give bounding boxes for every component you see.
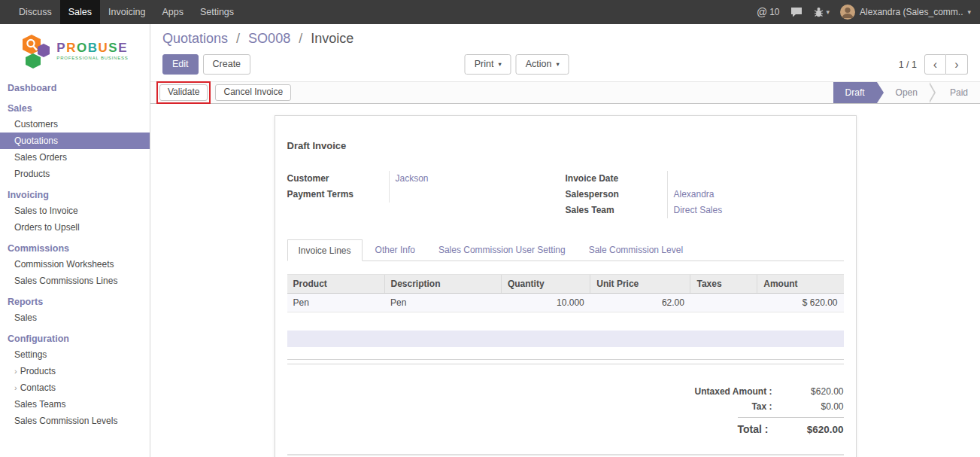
- header-unit-price[interactable]: Unit Price: [590, 275, 690, 294]
- topbar-menu-sales[interactable]: Sales: [60, 0, 100, 24]
- totals-block: Untaxed Amount : $620.00 Tax : $0.00 Tot…: [287, 384, 844, 437]
- sidebar-section-invoicing: Invoicing Sales to Invoice Orders to Ups…: [0, 187, 150, 236]
- sidebar-item-sales-commissions-lines[interactable]: Sales Commissions Lines: [0, 273, 150, 289]
- sidebar-item-sales-teams[interactable]: Sales Teams: [0, 396, 150, 413]
- invoice-date-value: [668, 171, 674, 187]
- breadcrumb-so008[interactable]: SO008: [248, 31, 290, 46]
- sidebar-item-orders-to-upsell[interactable]: Orders to Upsell: [0, 219, 150, 236]
- breadcrumb-quotations[interactable]: Quotations: [162, 31, 228, 46]
- header-product[interactable]: Product: [287, 275, 385, 294]
- section-separator: [287, 359, 844, 364]
- messages-icon[interactable]: [790, 7, 803, 17]
- header-quantity[interactable]: Quantity: [501, 275, 590, 294]
- untaxed-amount-label: Untaxed Amount :: [695, 386, 772, 397]
- print-label: Print: [475, 58, 494, 70]
- sidebar-item-settings[interactable]: Settings: [0, 346, 150, 363]
- logo-text: PROBUSE PROFESSIONAL BUSINESS: [56, 41, 128, 61]
- tax-value: $0.00: [772, 401, 844, 412]
- avatar: [840, 5, 855, 20]
- cell-quantity[interactable]: 10.000: [501, 294, 590, 312]
- state-draft[interactable]: Draft: [833, 82, 877, 103]
- table-header-row: Product Description Quantity Unit Price …: [287, 275, 844, 294]
- app-window: Discuss Sales Invoicing Apps Settings @ …: [0, 0, 980, 457]
- state-open[interactable]: Open: [884, 82, 930, 103]
- sidebar-item-config-products[interactable]: ›Products: [0, 363, 150, 379]
- customer-value[interactable]: Jackson: [390, 171, 429, 187]
- sidebar-item-sales-commission-levels[interactable]: Sales Commission Levels: [0, 413, 150, 429]
- pager: ‹ ›: [924, 54, 968, 75]
- sidebar-header-sales[interactable]: Sales: [0, 101, 150, 116]
- caret-down-icon: ▾: [967, 8, 971, 16]
- header-taxes[interactable]: Taxes: [690, 275, 757, 294]
- sales-team-label: Sales Team: [566, 203, 668, 218]
- edit-button[interactable]: Edit: [162, 54, 199, 74]
- debug-menu[interactable]: ▾: [813, 7, 830, 17]
- form-title: Draft Invoice: [287, 140, 844, 151]
- header-amount[interactable]: Amount: [757, 275, 844, 294]
- user-menu[interactable]: Alexandra (Sales_comm.. ▾: [840, 5, 971, 20]
- caret-down-icon: ▾: [556, 60, 559, 69]
- sidebar: PROBUSE PROFESSIONAL BUSINESS Dashboard …: [0, 24, 150, 457]
- pager-next-button[interactable]: ›: [946, 54, 968, 75]
- cell-amount[interactable]: $ 620.00: [757, 294, 844, 312]
- state-paid[interactable]: Paid: [938, 82, 980, 103]
- tab-other-info[interactable]: Other Info: [365, 239, 426, 261]
- sidebar-item-sales-to-invoice[interactable]: Sales to Invoice: [0, 203, 150, 219]
- sidebar-item-contacts[interactable]: ›Contacts: [0, 379, 150, 396]
- topbar-menu-apps[interactable]: Apps: [153, 0, 192, 24]
- payment-terms-label: Payment Terms: [287, 187, 390, 203]
- cell-unit-price[interactable]: 62.00: [590, 294, 690, 312]
- breadcrumb: Quotations / SO008 / Invoice: [162, 29, 968, 52]
- action-label: Action: [526, 58, 552, 70]
- sidebar-item-reports-sales[interactable]: Sales: [0, 309, 150, 326]
- sidebar-item-customers[interactable]: Customers: [0, 116, 150, 133]
- click-highlight-annotation: Validate: [156, 81, 211, 104]
- action-button[interactable]: Action ▾: [516, 54, 569, 74]
- empty-row-highlight: [287, 331, 844, 347]
- sidebar-item-sales-orders[interactable]: Sales Orders: [0, 149, 150, 166]
- sidebar-item-commission-worksheets[interactable]: Commission Worksheets: [0, 256, 150, 273]
- table-row[interactable]: Pen Pen 10.000 62.00 $ 620.00: [287, 294, 844, 312]
- caret-down-icon: ▾: [827, 8, 830, 16]
- form-sheet: Draft Invoice Customer Jackson Payment T…: [275, 115, 857, 457]
- cell-taxes[interactable]: [690, 294, 757, 312]
- tab-invoice-lines[interactable]: Invoice Lines: [287, 239, 363, 261]
- field-customer: Customer Jackson: [287, 171, 566, 187]
- sales-team-value[interactable]: Direct Sales: [668, 203, 723, 218]
- field-sales-team: Sales Team Direct Sales: [566, 203, 844, 218]
- pager-previous-button[interactable]: ‹: [924, 54, 946, 75]
- salesperson-value[interactable]: Alexandra: [668, 187, 715, 203]
- field-group: Customer Jackson Payment Terms Invoice D…: [287, 171, 844, 218]
- topbar: Discuss Sales Invoicing Apps Settings @ …: [0, 0, 980, 24]
- topbar-menu-discuss[interactable]: Discuss: [11, 0, 60, 24]
- create-button[interactable]: Create: [203, 54, 251, 74]
- topbar-menu-settings[interactable]: Settings: [192, 0, 242, 24]
- validate-button[interactable]: Validate: [159, 84, 208, 101]
- salesperson-label: Salesperson: [566, 187, 668, 203]
- form-statusbar: Validate Cancel Invoice Draft Open Paid: [150, 81, 980, 104]
- sidebar-item-quotations[interactable]: Quotations: [0, 133, 150, 149]
- header-description[interactable]: Description: [384, 275, 501, 294]
- cell-product[interactable]: Pen: [287, 294, 385, 312]
- topbar-menu-invoicing[interactable]: Invoicing: [100, 0, 153, 24]
- mentions-indicator[interactable]: @ 10: [757, 6, 780, 18]
- sidebar-section-configuration: Configuration Settings ›Products ›Contac…: [0, 331, 150, 429]
- tab-sale-commission-level[interactable]: Sale Commission Level: [578, 239, 693, 261]
- field-payment-terms: Payment Terms: [287, 187, 566, 203]
- sidebar-header-configuration[interactable]: Configuration: [0, 331, 150, 346]
- sidebar-header-invoicing[interactable]: Invoicing: [0, 187, 150, 203]
- logo-subtitle: PROFESSIONAL BUSINESS: [56, 56, 128, 60]
- print-button[interactable]: Print ▾: [465, 54, 511, 74]
- sidebar-header-reports[interactable]: Reports: [0, 294, 150, 309]
- sidebar-section-sales: Sales Customers Quotations Sales Orders …: [0, 101, 150, 182]
- cancel-invoice-button[interactable]: Cancel Invoice: [215, 84, 291, 101]
- sidebar-header-dashboard[interactable]: Dashboard: [0, 81, 150, 96]
- sidebar-header-commissions[interactable]: Commissions: [0, 241, 150, 256]
- tab-sales-commission-user-setting[interactable]: Sales Commission User Setting: [428, 239, 576, 261]
- cell-description[interactable]: Pen: [384, 294, 501, 312]
- sidebar-item-products[interactable]: Products: [0, 166, 150, 182]
- caret-down-icon: ▾: [498, 60, 501, 69]
- at-icon: @: [757, 6, 767, 18]
- sheet-bottom-separator: [287, 454, 844, 455]
- control-panel-buttons: Edit Create Print ▾ Action ▾: [162, 52, 968, 81]
